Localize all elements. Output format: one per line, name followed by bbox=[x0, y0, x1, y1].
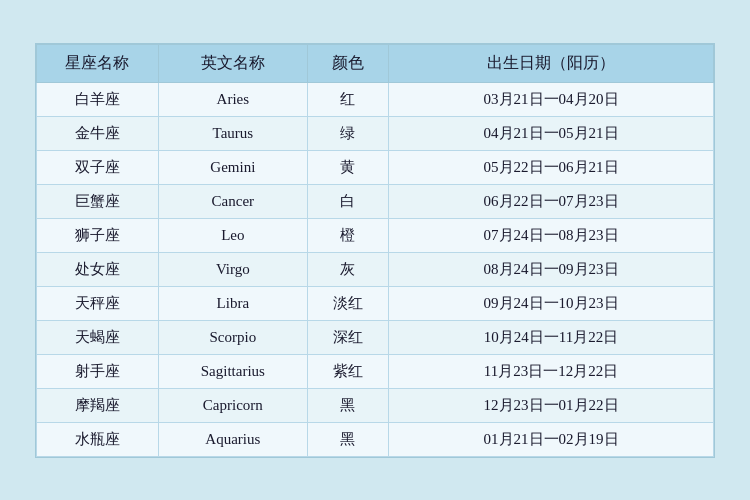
table-row: 处女座Virgo灰08月24日一09月23日 bbox=[37, 252, 714, 286]
table-row: 摩羯座Capricorn黑12月23日一01月22日 bbox=[37, 388, 714, 422]
cell-color: 紫红 bbox=[307, 354, 388, 388]
table-header-row: 星座名称 英文名称 颜色 出生日期（阳历） bbox=[37, 44, 714, 82]
cell-chinese: 处女座 bbox=[37, 252, 159, 286]
cell-color: 黑 bbox=[307, 422, 388, 456]
cell-date: 10月24日一11月22日 bbox=[389, 320, 714, 354]
cell-date: 08月24日一09月23日 bbox=[389, 252, 714, 286]
header-date: 出生日期（阳历） bbox=[389, 44, 714, 82]
cell-english: Libra bbox=[158, 286, 307, 320]
cell-date: 07月24日一08月23日 bbox=[389, 218, 714, 252]
cell-chinese: 射手座 bbox=[37, 354, 159, 388]
cell-chinese: 狮子座 bbox=[37, 218, 159, 252]
cell-english: Aries bbox=[158, 82, 307, 116]
cell-english: Sagittarius bbox=[158, 354, 307, 388]
cell-date: 11月23日一12月22日 bbox=[389, 354, 714, 388]
cell-date: 01月21日一02月19日 bbox=[389, 422, 714, 456]
table-row: 双子座Gemini黄05月22日一06月21日 bbox=[37, 150, 714, 184]
cell-chinese: 白羊座 bbox=[37, 82, 159, 116]
table-row: 狮子座Leo橙07月24日一08月23日 bbox=[37, 218, 714, 252]
header-color: 颜色 bbox=[307, 44, 388, 82]
header-chinese: 星座名称 bbox=[37, 44, 159, 82]
cell-chinese: 双子座 bbox=[37, 150, 159, 184]
table-row: 巨蟹座Cancer白06月22日一07月23日 bbox=[37, 184, 714, 218]
table-row: 水瓶座Aquarius黑01月21日一02月19日 bbox=[37, 422, 714, 456]
table-row: 白羊座Aries红03月21日一04月20日 bbox=[37, 82, 714, 116]
zodiac-table: 星座名称 英文名称 颜色 出生日期（阳历） 白羊座Aries红03月21日一04… bbox=[36, 44, 714, 457]
zodiac-table-container: 星座名称 英文名称 颜色 出生日期（阳历） 白羊座Aries红03月21日一04… bbox=[35, 43, 715, 458]
cell-english: Aquarius bbox=[158, 422, 307, 456]
cell-color: 深红 bbox=[307, 320, 388, 354]
cell-date: 12月23日一01月22日 bbox=[389, 388, 714, 422]
cell-english: Capricorn bbox=[158, 388, 307, 422]
table-row: 金牛座Taurus绿04月21日一05月21日 bbox=[37, 116, 714, 150]
cell-date: 09月24日一10月23日 bbox=[389, 286, 714, 320]
table-row: 天蝎座Scorpio深红10月24日一11月22日 bbox=[37, 320, 714, 354]
cell-color: 黑 bbox=[307, 388, 388, 422]
header-english: 英文名称 bbox=[158, 44, 307, 82]
table-row: 天秤座Libra淡红09月24日一10月23日 bbox=[37, 286, 714, 320]
cell-english: Gemini bbox=[158, 150, 307, 184]
cell-date: 06月22日一07月23日 bbox=[389, 184, 714, 218]
table-row: 射手座Sagittarius紫红11月23日一12月22日 bbox=[37, 354, 714, 388]
cell-color: 红 bbox=[307, 82, 388, 116]
cell-chinese: 天秤座 bbox=[37, 286, 159, 320]
cell-color: 白 bbox=[307, 184, 388, 218]
cell-color: 橙 bbox=[307, 218, 388, 252]
cell-color: 灰 bbox=[307, 252, 388, 286]
cell-chinese: 摩羯座 bbox=[37, 388, 159, 422]
table-body: 白羊座Aries红03月21日一04月20日金牛座Taurus绿04月21日一0… bbox=[37, 82, 714, 456]
cell-date: 04月21日一05月21日 bbox=[389, 116, 714, 150]
cell-color: 淡红 bbox=[307, 286, 388, 320]
cell-color: 绿 bbox=[307, 116, 388, 150]
cell-chinese: 金牛座 bbox=[37, 116, 159, 150]
cell-english: Virgo bbox=[158, 252, 307, 286]
cell-english: Cancer bbox=[158, 184, 307, 218]
cell-chinese: 水瓶座 bbox=[37, 422, 159, 456]
cell-date: 03月21日一04月20日 bbox=[389, 82, 714, 116]
cell-color: 黄 bbox=[307, 150, 388, 184]
cell-english: Scorpio bbox=[158, 320, 307, 354]
cell-english: Taurus bbox=[158, 116, 307, 150]
cell-english: Leo bbox=[158, 218, 307, 252]
cell-chinese: 天蝎座 bbox=[37, 320, 159, 354]
cell-date: 05月22日一06月21日 bbox=[389, 150, 714, 184]
cell-chinese: 巨蟹座 bbox=[37, 184, 159, 218]
